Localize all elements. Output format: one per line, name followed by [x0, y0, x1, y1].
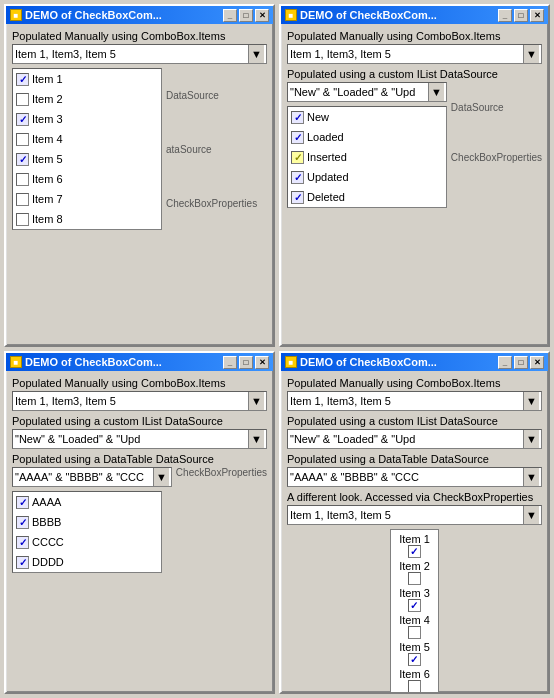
- combobox-4b[interactable]: "New" & "Loaded" & "Upd ▼: [287, 429, 542, 449]
- list-item-1-7[interactable]: Item 7: [13, 189, 161, 209]
- list-item-1-5[interactable]: Item 5: [13, 149, 161, 169]
- checkbox-2-1[interactable]: [291, 111, 304, 124]
- combobox-2a[interactable]: Item 1, Item3, Item 5 ▼: [287, 44, 542, 64]
- checkbox-1-3[interactable]: [16, 113, 29, 126]
- checkbox-1-5[interactable]: [16, 153, 29, 166]
- combo-arrow-2b[interactable]: ▼: [428, 83, 444, 101]
- combobox-4a[interactable]: Item 1, Item3, Item 5 ▼: [287, 391, 542, 411]
- list-item-1-4[interactable]: Item 4: [13, 129, 161, 149]
- list-item-1-6[interactable]: Item 6: [13, 169, 161, 189]
- special-cb-4[interactable]: [408, 626, 421, 639]
- combo-row-1: Item 1, Item3, Item 5 ▼: [12, 44, 267, 64]
- checkbox-1-1[interactable]: [16, 73, 29, 86]
- special-cb-3[interactable]: [408, 599, 421, 612]
- list-item-2-5[interactable]: Deleted: [288, 187, 446, 207]
- minimize-button-3[interactable]: _: [223, 356, 237, 369]
- checkbox-1-6[interactable]: [16, 173, 29, 186]
- side-labels-3: CheckBoxProperties: [176, 467, 267, 478]
- maximize-button-3[interactable]: □: [239, 356, 253, 369]
- minimize-button-2[interactable]: _: [498, 9, 512, 22]
- combo-arrow-3c[interactable]: ▼: [153, 468, 169, 486]
- close-button-2[interactable]: ✕: [530, 9, 544, 22]
- combo-arrow-2a[interactable]: ▼: [523, 45, 539, 63]
- checkbox-3-3[interactable]: [16, 536, 29, 549]
- checkbox-list-3: AAAA BBBB CCCC DDDD: [12, 491, 162, 573]
- checkbox-3-2[interactable]: [16, 516, 29, 529]
- title-bar-2: ■ DEMO of CheckBoxCom... _ □ ✕: [281, 6, 548, 24]
- list-item-1-3[interactable]: Item 3: [13, 109, 161, 129]
- close-button-1[interactable]: ✕: [255, 9, 269, 22]
- title-bar-4: ■ DEMO of CheckBoxCom... _ □ ✕: [281, 353, 548, 371]
- special-item-2[interactable]: Item 2: [399, 560, 430, 585]
- combo-arrow-4b[interactable]: ▼: [523, 430, 539, 448]
- combobox-3b[interactable]: "New" & "Loaded" & "Upd ▼: [12, 429, 267, 449]
- special-cb-5[interactable]: [408, 653, 421, 666]
- combo-row-2b: "New" & "Loaded" & "Upd ▼: [287, 82, 447, 102]
- list-item-3-3[interactable]: CCCC: [13, 532, 161, 552]
- minimize-button-1[interactable]: _: [223, 9, 237, 22]
- list-item-3-1[interactable]: AAAA: [13, 492, 161, 512]
- special-item-4[interactable]: Item 4: [399, 614, 430, 639]
- checkbox-2-5[interactable]: [291, 191, 304, 204]
- combobox-4c[interactable]: "AAAA" & "BBBB" & "CCC ▼: [287, 467, 542, 487]
- side-labels-2: DataSource CheckBoxProperties: [451, 82, 542, 182]
- combo-arrow-3a[interactable]: ▼: [248, 392, 264, 410]
- checkbox-2-4[interactable]: [291, 171, 304, 184]
- list-item-3-2[interactable]: BBBB: [13, 512, 161, 532]
- checkbox-1-7[interactable]: [16, 193, 29, 206]
- checkbox-2-2[interactable]: [291, 131, 304, 144]
- special-item-6[interactable]: Item 6: [399, 668, 430, 692]
- combo-arrow-4a[interactable]: ▼: [523, 392, 539, 410]
- title-controls-3: _ □ ✕: [223, 356, 269, 369]
- list-item-1-8[interactable]: Item 8: [13, 209, 161, 229]
- special-item-1[interactable]: Item 1: [399, 533, 430, 558]
- checkbox-1-2[interactable]: [16, 93, 29, 106]
- maximize-button-1[interactable]: □: [239, 9, 253, 22]
- combobox-2b[interactable]: "New" & "Loaded" & "Upd ▼: [287, 82, 447, 102]
- special-cb-2[interactable]: [408, 572, 421, 585]
- list-item-2-1[interactable]: New: [288, 107, 446, 127]
- window-title-4: DEMO of CheckBoxCom...: [300, 356, 437, 368]
- list-item-2-3[interactable]: Inserted: [288, 147, 446, 167]
- special-item-5[interactable]: Item 5: [399, 641, 430, 666]
- checkbox-3-4[interactable]: [16, 556, 29, 569]
- combobox-4d[interactable]: Item 1, Item3, Item 5 ▼: [287, 505, 542, 525]
- combo-arrow-4d[interactable]: ▼: [523, 506, 539, 524]
- list-item-3-4[interactable]: DDDD: [13, 552, 161, 572]
- checkbox-1-8[interactable]: [16, 213, 29, 226]
- combobox-3c[interactable]: "AAAA" & "BBBB" & "CCC ▼: [12, 467, 172, 487]
- section-label-3c: Populated using a DataTable DataSource: [12, 453, 267, 465]
- combobox-3a[interactable]: Item 1, Item3, Item 5 ▼: [12, 391, 267, 411]
- combo-arrow-3b[interactable]: ▼: [248, 430, 264, 448]
- combo-row-4d: Item 1, Item3, Item 5 ▼: [287, 505, 542, 525]
- app-icon-3: ■: [10, 356, 22, 368]
- list-item-1-2[interactable]: Item 2: [13, 89, 161, 109]
- combobox-text-1: Item 1, Item3, Item 5: [15, 48, 248, 60]
- list-item-1-1[interactable]: Item 1: [13, 69, 161, 89]
- checkbox-2-3[interactable]: [291, 151, 304, 164]
- combobox-text-3c: "AAAA" & "BBBB" & "CCC: [15, 471, 153, 483]
- close-button-3[interactable]: ✕: [255, 356, 269, 369]
- list-item-2-4[interactable]: Updated: [288, 167, 446, 187]
- combobox-1[interactable]: Item 1, Item3, Item 5 ▼: [12, 44, 267, 64]
- window-title-1: DEMO of CheckBoxCom...: [25, 9, 162, 21]
- special-item-3[interactable]: Item 3: [399, 587, 430, 612]
- combobox-text-2a: Item 1, Item3, Item 5: [290, 48, 523, 60]
- combo-row-3c: "AAAA" & "BBBB" & "CCC ▼: [12, 467, 172, 487]
- section-label-4a: Populated Manually using ComboBox.Items: [287, 377, 542, 389]
- title-bar-left-4: ■ DEMO of CheckBoxCom...: [285, 356, 437, 368]
- checkbox-3-1[interactable]: [16, 496, 29, 509]
- app-icon-4: ■: [285, 356, 297, 368]
- special-cb-6[interactable]: [408, 680, 421, 692]
- combobox-text-2b: "New" & "Loaded" & "Upd: [290, 86, 428, 98]
- maximize-button-2[interactable]: □: [514, 9, 528, 22]
- maximize-button-4[interactable]: □: [514, 356, 528, 369]
- combo-arrow-4c[interactable]: ▼: [523, 468, 539, 486]
- combo-arrow-1[interactable]: ▼: [248, 45, 264, 63]
- special-cb-1[interactable]: [408, 545, 421, 558]
- combobox-text-4a: Item 1, Item3, Item 5: [290, 395, 523, 407]
- minimize-button-4[interactable]: _: [498, 356, 512, 369]
- list-item-2-2[interactable]: Loaded: [288, 127, 446, 147]
- checkbox-1-4[interactable]: [16, 133, 29, 146]
- close-button-4[interactable]: ✕: [530, 356, 544, 369]
